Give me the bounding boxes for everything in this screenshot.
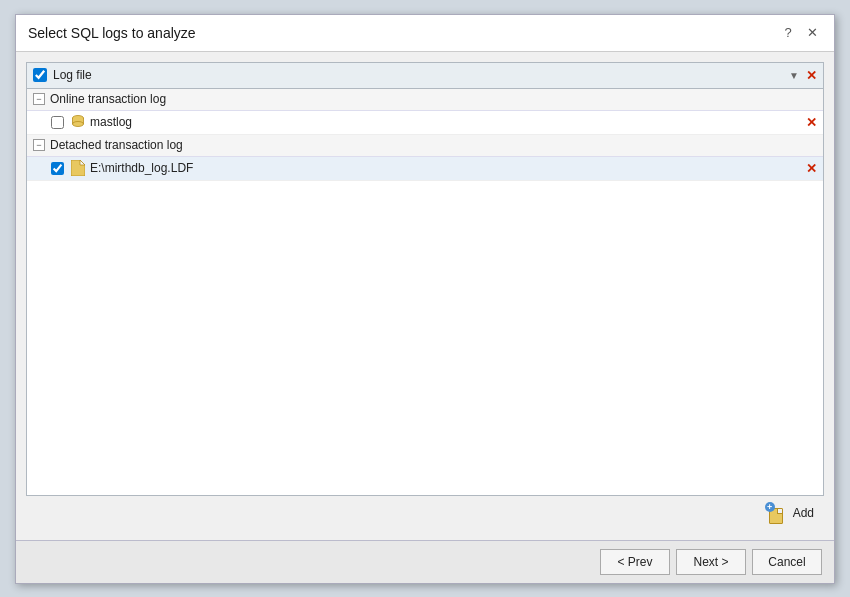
title-bar: Select SQL logs to analyze ? ✕ — [16, 15, 834, 52]
mastlog-icon — [70, 114, 86, 130]
add-button-label: Add — [793, 506, 814, 520]
mastlog-remove-icon[interactable]: ✕ — [806, 115, 817, 130]
title-bar-left: Select SQL logs to analyze — [28, 25, 196, 41]
add-section[interactable]: + Add — [765, 502, 814, 524]
bottom-area: + Add — [26, 496, 824, 530]
header-checkbox[interactable] — [33, 68, 47, 82]
select-sql-logs-dialog: Select SQL logs to analyze ? ✕ Log file … — [15, 14, 835, 584]
group-online-label: Online transaction log — [50, 92, 166, 106]
list-item: mastlog ✕ — [27, 111, 823, 135]
dropdown-icon[interactable]: ▼ — [786, 67, 802, 83]
header-close-icon[interactable]: ✕ — [806, 68, 817, 83]
mirthdb-icon — [70, 160, 86, 176]
db-svg-icon — [71, 115, 85, 129]
dialog-title: Select SQL logs to analyze — [28, 25, 196, 41]
list-item: E:\mirthdb_log.LDF ✕ — [27, 157, 823, 181]
footer: < Prev Next > Cancel — [16, 540, 834, 583]
add-plus-icon: + — [765, 502, 775, 512]
log-table: Log file ▼ ✕ − Online transaction log — [26, 62, 824, 496]
content-area: Log file ▼ ✕ − Online transaction log — [16, 52, 834, 540]
log-table-header: Log file ▼ ✕ — [27, 63, 823, 89]
group-detached-header: − Detached transaction log — [27, 135, 823, 157]
mastlog-label: mastlog — [90, 115, 806, 129]
prev-button[interactable]: < Prev — [600, 549, 670, 575]
header-label: Log file — [53, 68, 786, 82]
svg-marker-6 — [80, 160, 85, 165]
group-online-collapse[interactable]: − — [33, 93, 45, 105]
help-button[interactable]: ? — [778, 23, 798, 43]
close-button[interactable]: ✕ — [802, 23, 822, 43]
mirthdb-label: E:\mirthdb_log.LDF — [90, 161, 806, 175]
title-controls: ? ✕ — [778, 23, 822, 43]
svg-point-4 — [73, 122, 84, 127]
file-svg-icon — [71, 160, 85, 176]
cancel-button[interactable]: Cancel — [752, 549, 822, 575]
group-online-header: − Online transaction log — [27, 89, 823, 111]
mirthdb-remove-icon[interactable]: ✕ — [806, 161, 817, 176]
next-button[interactable]: Next > — [676, 549, 746, 575]
group-detached-label: Detached transaction log — [50, 138, 183, 152]
add-file-icon: + — [765, 502, 787, 524]
mirthdb-checkbox[interactable] — [51, 162, 64, 175]
group-detached-collapse[interactable]: − — [33, 139, 45, 151]
mastlog-checkbox[interactable] — [51, 116, 64, 129]
